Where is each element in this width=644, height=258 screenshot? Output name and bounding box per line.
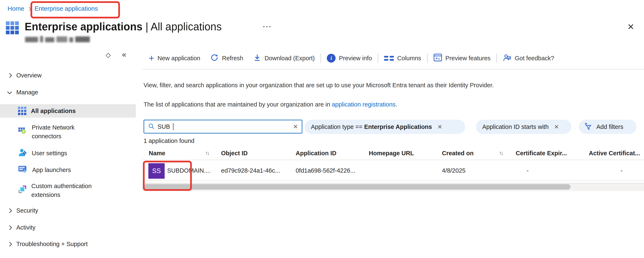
column-header-name[interactable]: Name: [149, 150, 165, 157]
label-line2: connectors: [32, 133, 62, 140]
column-header-homepage-url[interactable]: Homepage URL: [369, 150, 414, 157]
enterprise-applications-icon: [6, 21, 19, 34]
sidebar-item-label: User settings: [32, 150, 67, 157]
sidebar-item-label: Activity: [16, 224, 36, 231]
close-panel-icon[interactable]: ✕: [627, 23, 634, 31]
table-row-divider: [142, 180, 644, 181]
sidebar-item-troubleshooting-support[interactable]: Troubleshooting + Support: [8, 241, 88, 247]
command-bar: + New application Refresh Download (Expo…: [149, 53, 554, 64]
refresh-icon: [210, 53, 218, 63]
filter-remove-icon[interactable]: ✕: [554, 123, 559, 130]
columns-label: Columns: [397, 55, 421, 62]
title-more-menu-icon[interactable]: ···: [263, 23, 272, 31]
sidebar-item-manage[interactable]: Manage: [8, 89, 38, 96]
sidebar-item-label: All applications: [31, 108, 76, 114]
chevron-right-icon: [7, 208, 12, 213]
download-icon: [253, 53, 261, 63]
panel-resize-icon[interactable]: ◇: [106, 51, 111, 59]
filter-text-prefix: Application type ==: [311, 123, 364, 130]
sidebar-item-overview[interactable]: Overview: [8, 72, 42, 79]
sidebar-item-user-settings[interactable]: User settings: [18, 148, 67, 158]
page-title-secondary: | All applications: [146, 21, 222, 33]
sidebar-item-app-launchers[interactable]: App launchers: [18, 165, 71, 175]
refresh-label: Refresh: [222, 55, 243, 62]
preview-features-label: Preview features: [446, 55, 491, 62]
sort-icon[interactable]: ↑↓: [499, 150, 502, 156]
sort-icon[interactable]: ↑↓: [205, 150, 209, 156]
column-header-object-id[interactable]: Object ID: [221, 150, 248, 157]
page-title-primary: Enterprise applications: [25, 21, 142, 33]
app-launchers-icon: [18, 165, 28, 175]
app-avatar: SS: [148, 163, 165, 179]
new-application-label: New application: [158, 55, 200, 62]
label-line2: extensions: [31, 191, 60, 198]
filter-pill-application-type[interactable]: Application type == Enterprise Applicati…: [305, 120, 465, 134]
preview-info-label: Preview info: [339, 55, 372, 62]
description-line-2-text: The list of applications that are mainta…: [144, 101, 332, 108]
new-application-button[interactable]: + New application: [149, 54, 200, 62]
redacted-tenant-name: [25, 36, 90, 42]
add-filters-button[interactable]: Add filters: [579, 120, 636, 134]
enterprise-applications-page: Home Enterprise applications Enterprise …: [0, 0, 644, 258]
got-feedback-button[interactable]: Got feedback?: [503, 53, 554, 63]
search-value: SUB: [158, 123, 170, 130]
breadcrumb-current-link[interactable]: Enterprise applications: [34, 5, 98, 12]
sidebar-item-label: Private Network connectors: [32, 123, 74, 141]
filter-text-value: Enterprise Applications: [364, 123, 432, 130]
columns-button[interactable]: Columns: [384, 55, 421, 62]
download-export-button[interactable]: Download (Export): [253, 53, 315, 63]
breadcrumb-separator-icon: [27, 7, 31, 11]
toolbar-divider: [427, 54, 428, 63]
preview-info-button[interactable]: i Preview info: [327, 54, 372, 63]
app-name-link[interactable]: SUBDOMAIN....: [167, 167, 211, 174]
toolbar-divider: [496, 54, 497, 63]
sidebar-item-all-applications[interactable]: All applications: [0, 104, 136, 118]
plus-icon: +: [149, 54, 154, 62]
application-registrations-link[interactable]: application registrations: [332, 101, 396, 108]
description-line-1: View, filter, and search applications in…: [144, 82, 494, 89]
breadcrumb: Home Enterprise applications: [8, 5, 98, 12]
table-row[interactable]: SS SUBDOMAIN.... ed79c928-24a1-46c... 0f…: [142, 160, 644, 180]
chevron-right-icon: [7, 225, 12, 230]
info-icon: i: [327, 54, 336, 63]
preview-features-button[interactable]: Preview features: [433, 54, 491, 63]
filter-pill-application-id[interactable]: Application ID starts with ✕: [476, 120, 571, 134]
all-applications-icon: [18, 107, 26, 115]
feedback-icon: [503, 53, 512, 63]
cell-active-certificates: -: [620, 167, 623, 174]
filter-pill-text: Application ID starts with: [482, 123, 549, 130]
download-export-label: Download (Export): [264, 55, 315, 62]
description-line-2-suffix: .: [396, 101, 397, 108]
horizontal-scrollbar-track[interactable]: [142, 183, 644, 190]
search-icon: [148, 123, 155, 130]
search-input[interactable]: SUB ✕: [144, 120, 302, 133]
refresh-button[interactable]: Refresh: [210, 53, 243, 63]
chevron-down-icon: [7, 89, 12, 94]
sidebar-item-private-network-connectors[interactable]: Private Network connectors: [18, 123, 74, 141]
sidebar-item-label: Manage: [16, 89, 38, 96]
filter-remove-icon[interactable]: ✕: [437, 123, 442, 130]
description-line-2: The list of applications that are mainta…: [144, 101, 397, 108]
sidebar-item-security[interactable]: Security: [8, 207, 38, 214]
sidebar-item-custom-authentication-extensions[interactable]: Custom authentication extensions: [18, 182, 92, 199]
column-header-certificate-expiration[interactable]: Certificate Expir...: [516, 150, 567, 157]
add-filters-label: Add filters: [596, 123, 623, 130]
toolbar-divider-line: [142, 69, 644, 70]
sidebar-item-label: Security: [16, 207, 38, 214]
toolbar-divider: [378, 54, 378, 63]
page-title: Enterprise applications | All applicatio…: [25, 21, 222, 33]
column-header-created-on[interactable]: Created on: [442, 150, 474, 157]
column-header-active-certificates[interactable]: Active Certificat...: [589, 150, 640, 157]
app-avatar-initials: SS: [152, 167, 161, 175]
search-clear-icon[interactable]: ✕: [293, 123, 298, 130]
sidebar-item-activity[interactable]: Activity: [8, 224, 36, 231]
breadcrumb-home-link[interactable]: Home: [8, 5, 24, 12]
sidebar-collapse-icon[interactable]: «: [122, 50, 126, 59]
toolbar-divider: [320, 54, 321, 63]
grid-bottom-edge: [142, 191, 644, 191]
preview-features-icon: [433, 54, 442, 63]
custom-authentication-extensions-icon: [18, 185, 27, 195]
horizontal-scrollbar-thumb[interactable]: [144, 184, 570, 190]
column-header-application-id[interactable]: Application ID: [296, 150, 336, 157]
filter-pill-text: Application type == Enterprise Applicati…: [311, 123, 432, 130]
